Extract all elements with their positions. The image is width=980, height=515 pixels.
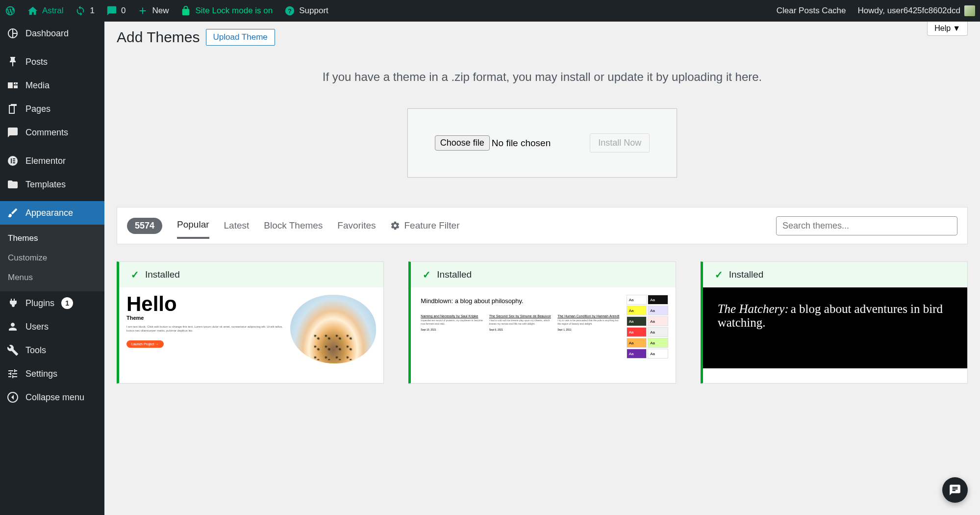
no-file-text: No file chosen — [492, 138, 551, 149]
help-tab[interactable]: Help ▼ — [927, 22, 968, 36]
sidebar-item-appearance[interactable]: Appearance — [0, 201, 104, 225]
check-icon: ✓ — [131, 269, 139, 281]
theme-card[interactable]: ✓ Installed Hello Theme I am text block.… — [117, 261, 384, 384]
sidebar-item-comments[interactable]: Comments — [0, 121, 104, 144]
sidebar-item-media[interactable]: Media — [0, 74, 104, 97]
site-home-link[interactable]: Astral — [27, 5, 63, 16]
wp-logo[interactable] — [5, 5, 16, 16]
wrench-icon — [7, 344, 19, 356]
installed-banner: ✓ Installed — [119, 262, 383, 287]
svg-rect-7 — [13, 162, 15, 163]
svg-rect-4 — [11, 158, 12, 163]
sub-item-themes[interactable]: Themes — [0, 229, 104, 248]
sidebar-item-settings[interactable]: Settings — [0, 362, 104, 386]
sidebar-item-posts[interactable]: Posts — [0, 50, 104, 74]
sidebar-item-pages[interactable]: Pages — [0, 97, 104, 121]
plug-icon — [7, 297, 19, 309]
check-icon: ✓ — [423, 269, 431, 281]
sidebar-item-plugins[interactable]: Plugins 1 — [0, 291, 104, 315]
site-name: Astral — [42, 6, 63, 16]
folder-icon — [7, 179, 19, 190]
check-icon: ✓ — [715, 269, 723, 281]
filter-block[interactable]: Block Themes — [264, 213, 323, 238]
sidebar-item-users[interactable]: Users — [0, 315, 104, 338]
avatar — [964, 5, 975, 16]
media-icon — [7, 79, 19, 91]
dashboard-icon — [7, 27, 19, 39]
sidebar-item-templates[interactable]: Templates — [0, 173, 104, 196]
chevron-down-icon: ▼ — [953, 24, 960, 33]
themes-grid: ✓ Installed Hello Theme I am text block.… — [117, 261, 968, 384]
installed-banner: ✓ Installed — [703, 262, 967, 287]
new-link[interactable]: New — [137, 5, 169, 16]
sub-item-customize[interactable]: Customize — [0, 248, 104, 268]
brush-icon — [7, 207, 19, 219]
comment-icon — [7, 127, 19, 138]
filter-favorites[interactable]: Favorites — [337, 213, 376, 238]
support-text: Support — [299, 6, 328, 16]
sidebar-item-tools[interactable]: Tools — [0, 338, 104, 362]
svg-rect-6 — [13, 160, 15, 161]
theme-preview: Hello Theme I am text block. Click edit … — [119, 287, 383, 383]
upload-box: Choose file No file chosen Install Now — [407, 108, 678, 178]
theme-preview: The Hatchery: a blog about adventures in… — [703, 287, 967, 383]
sub-item-menus[interactable]: Menus — [0, 268, 104, 287]
install-now-button[interactable]: Install Now — [590, 133, 650, 153]
svg-rect-5 — [13, 158, 15, 159]
choose-file-button[interactable]: Choose file — [435, 135, 490, 151]
site-lock-link[interactable]: Site Lock mode is on — [180, 5, 273, 16]
howdy-text: Howdy, user6425fc8602dcd — [858, 6, 961, 16]
sidebar-collapse[interactable]: Collapse menu — [0, 386, 104, 391]
upload-theme-button[interactable]: Upload Theme — [206, 29, 275, 46]
gear-icon — [390, 221, 400, 231]
svg-text:?: ? — [288, 7, 292, 15]
admin-bar: Astral 1 0 New Site Lock mode is on ? Su… — [0, 0, 980, 22]
installed-banner: ✓ Installed — [411, 262, 675, 287]
content-area: Add Themes Upload Theme Help ▼ If you ha… — [104, 22, 980, 391]
plugins-badge: 1 — [61, 297, 73, 309]
sliders-icon — [7, 368, 19, 380]
updates-link[interactable]: 1 — [75, 5, 94, 16]
theme-card[interactable]: ✓ Installed Mindblown: a blog about phil… — [408, 261, 676, 384]
updates-count: 1 — [90, 6, 94, 16]
new-label: New — [152, 6, 169, 16]
sidebar-item-elementor[interactable]: Elementor — [0, 149, 104, 173]
feature-filter[interactable]: Feature Filter — [390, 213, 459, 238]
theme-card[interactable]: ✓ Installed The Hatchery: a blog about a… — [701, 261, 968, 384]
theme-count: 5574 — [127, 218, 162, 234]
preview-image — [290, 295, 376, 363]
filter-popular[interactable]: Popular — [177, 212, 209, 239]
upload-message: If you have a theme in a .zip format, yo… — [117, 70, 968, 84]
elementor-icon — [7, 155, 19, 167]
clear-cache-link[interactable]: Clear Posts Cache — [777, 6, 846, 16]
upload-area: If you have a theme in a .zip format, yo… — [117, 55, 968, 207]
pin-icon — [7, 56, 19, 68]
admin-sidebar: Dashboard Posts Media Pages Comments Ele… — [0, 22, 104, 391]
comments-count: 0 — [121, 6, 126, 16]
filter-bar: 5574 Popular Latest Block Themes Favorit… — [117, 207, 968, 244]
user-icon — [7, 321, 19, 333]
page-title: Add Themes — [117, 29, 200, 46]
pages-icon — [7, 103, 19, 115]
support-link[interactable]: ? Support — [284, 5, 328, 16]
sidebar-item-dashboard[interactable]: Dashboard — [0, 22, 104, 45]
filter-latest[interactable]: Latest — [224, 213, 250, 238]
theme-preview: Mindblown: a blog about philosophy. Nami… — [411, 287, 675, 383]
account-link[interactable]: Howdy, user6425fc8602dcd — [858, 5, 976, 16]
svg-point-2 — [15, 83, 16, 84]
appearance-submenu: Themes Customize Menus — [0, 225, 104, 291]
site-lock-text: Site Lock mode is on — [195, 6, 273, 16]
search-input[interactable] — [776, 216, 957, 235]
comments-link[interactable]: 0 — [106, 5, 126, 16]
